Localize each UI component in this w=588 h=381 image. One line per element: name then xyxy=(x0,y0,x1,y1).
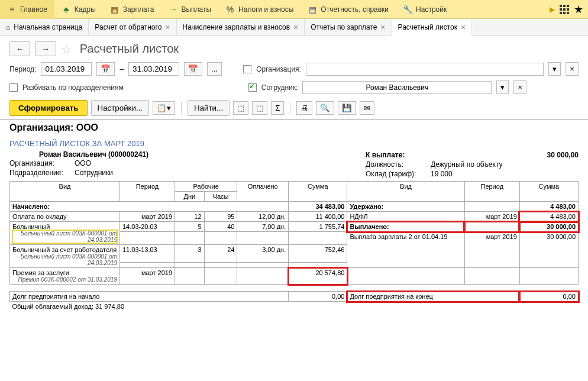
tab-nachislenie[interactable]: Начисление зарплаты и взносов× xyxy=(177,19,305,35)
apps-icon[interactable] xyxy=(560,5,569,14)
accrued-label: Начислено: xyxy=(10,202,289,212)
favorite-icon[interactable]: ☆ xyxy=(61,42,72,56)
period-more-button[interactable]: ... xyxy=(207,62,222,76)
org-label: Организация: xyxy=(256,65,301,73)
col-hours: Часы xyxy=(204,192,237,202)
clear-icon[interactable]: × xyxy=(513,80,526,94)
cell: 12 xyxy=(175,212,205,222)
main-toolbar: ≡Главное ♣Кадры ▦Зарплата →Выплаты %Нало… xyxy=(0,0,588,19)
close-icon[interactable]: × xyxy=(461,22,466,32)
close-icon[interactable]: × xyxy=(380,22,385,32)
cell: 11 400,00 xyxy=(289,212,347,222)
cell: Выплата зарплаты 2 от 01.04.19 xyxy=(347,232,464,268)
withheld-label: Удержано: xyxy=(347,202,464,212)
cell: 20 574,80 xyxy=(289,268,347,285)
table-icon: ▦ xyxy=(110,5,119,14)
cell: Оплата по окладу xyxy=(10,212,120,222)
sum-icon[interactable]: Σ xyxy=(271,101,284,115)
nav-label: Настройк xyxy=(416,5,447,14)
close-icon[interactable]: × xyxy=(293,22,298,32)
nav-nalogi[interactable]: %Налоги и взносы xyxy=(218,0,301,19)
org-select[interactable] xyxy=(306,63,544,76)
report-icon: ▤ xyxy=(308,5,317,14)
debt-end-label: Долг предприятия на конец xyxy=(347,292,519,302)
nav-vyplaty[interactable]: →Выплаты xyxy=(161,0,218,19)
calendar-icon[interactable]: 📅 xyxy=(96,62,115,76)
section-title: РАСЧЕТНЫЙ ЛИСТОК ЗА МАРТ 2019 xyxy=(9,139,579,148)
col-sum2: Сумма xyxy=(519,182,578,202)
dept-info-label: Подразделение: xyxy=(9,169,75,177)
debt-start-label: Долг предприятия на начало xyxy=(10,292,289,302)
cell: март 2019 xyxy=(464,232,519,268)
more-icon[interactable]: ▶ xyxy=(550,5,555,14)
col-period2: Период xyxy=(464,182,519,202)
print-icon[interactable]: 🖨 xyxy=(296,101,312,115)
collapse-icon[interactable]: ⬚ xyxy=(252,101,267,115)
tab-label: Начисление зарплаты и взносов xyxy=(183,23,290,31)
nav-main[interactable]: ≡Главное xyxy=(0,0,54,19)
calendar-icon[interactable]: 📅 xyxy=(184,62,202,76)
cell: БольничныйБольничный лист 003К-000001 от… xyxy=(10,222,120,245)
col-paid: Оплачено xyxy=(237,182,289,202)
cell: март 2019 xyxy=(120,212,175,222)
cell: 40 xyxy=(204,222,237,232)
form-button[interactable]: Сформировать xyxy=(9,100,88,116)
table-row: Оплата по окладу март 2019 12 95 12,00 д… xyxy=(10,212,579,222)
wrench-icon: 🔧 xyxy=(403,5,412,14)
preview-icon[interactable]: 🔍 xyxy=(316,101,334,115)
back-button[interactable]: ← xyxy=(9,41,30,56)
cell: 30 000,00 xyxy=(519,232,578,268)
menu-icon: ≡ xyxy=(7,5,17,14)
clear-icon[interactable]: × xyxy=(566,62,579,76)
org-info-label: Организация: xyxy=(9,159,75,167)
cell: март 2019 xyxy=(464,212,519,222)
dept-info-value: Сотрудники xyxy=(75,169,366,177)
cell: 1 755,74 xyxy=(289,222,347,232)
org-checkbox[interactable] xyxy=(243,65,251,73)
select-dropdown-icon[interactable]: ▾ xyxy=(548,62,561,76)
table-header-row: Вид Период Рабочие Оплачено Сумма Вид Пе… xyxy=(10,182,579,192)
save-settings-icon[interactable]: 📋▾ xyxy=(153,101,175,115)
tab-home[interactable]: ⌂Начальная страница xyxy=(0,19,89,35)
forward-button[interactable]: → xyxy=(35,41,56,56)
cell: 3 xyxy=(175,245,205,263)
find-button[interactable]: Найти... xyxy=(188,100,230,116)
settings-button[interactable]: Настройки... xyxy=(91,100,149,116)
emp-select[interactable]: Роман Васильевич xyxy=(302,81,492,94)
date-from-input[interactable] xyxy=(41,62,92,76)
email-icon[interactable]: ✉ xyxy=(360,101,374,115)
select-dropdown-icon[interactable]: ▾ xyxy=(496,80,509,94)
page-header: ← → ☆ Расчетный листок xyxy=(0,35,588,60)
position-value: Дежурный по объекту xyxy=(431,160,579,169)
tab-raschetny-listok[interactable]: Расчетный листок× xyxy=(392,20,473,35)
nav-zarplata[interactable]: ▦Зарплата xyxy=(103,0,161,19)
nav-kadry[interactable]: ♣Кадры xyxy=(54,0,103,19)
cell: 12,00 дн. xyxy=(237,212,289,222)
date-to-input[interactable] xyxy=(128,62,179,76)
split-checkbox[interactable] xyxy=(9,83,18,92)
tabs-bar: ⌂Начальная страница Расчет от обратного×… xyxy=(0,19,588,35)
cell: 4 483,00 xyxy=(519,212,578,222)
emp-checkbox[interactable] xyxy=(248,83,257,92)
home-icon: ⌂ xyxy=(6,23,10,31)
debt-start-value: 0,00 xyxy=(289,292,347,302)
cell: НДФЛ xyxy=(347,212,464,222)
tab-otchety[interactable]: Отчеты по зарплате× xyxy=(305,19,392,35)
salary-label: Оклад (тариф): xyxy=(366,170,431,178)
doc-note: Премия 003К-000002 от 31.03.2019 xyxy=(12,276,117,283)
employee-name: Роман Васильевич (000000241) xyxy=(9,150,366,159)
close-icon[interactable]: × xyxy=(165,22,170,32)
expand-icon[interactable]: ⬚ xyxy=(233,101,248,115)
col-period: Период xyxy=(120,182,175,202)
position-label: Должность: xyxy=(366,160,431,169)
cell: 5 xyxy=(175,222,205,232)
nav-otchetnost[interactable]: ▤Отчетность, справки xyxy=(301,0,396,19)
save-icon[interactable]: 💾 xyxy=(338,101,356,115)
people-icon: ♣ xyxy=(62,5,71,14)
nav-nastroika[interactable]: 🔧Настройк xyxy=(396,0,454,19)
salary-value: 19 000 xyxy=(431,170,579,178)
cell: Премия за заслугиПремия 003К-000002 от 3… xyxy=(10,268,120,285)
star-icon[interactable]: ★ xyxy=(574,3,583,16)
report-body: Организация: ООО РАСЧЕТНЫЙ ЛИСТОК ЗА МАР… xyxy=(0,120,588,316)
tab-raschet[interactable]: Расчет от обратного× xyxy=(89,19,176,35)
